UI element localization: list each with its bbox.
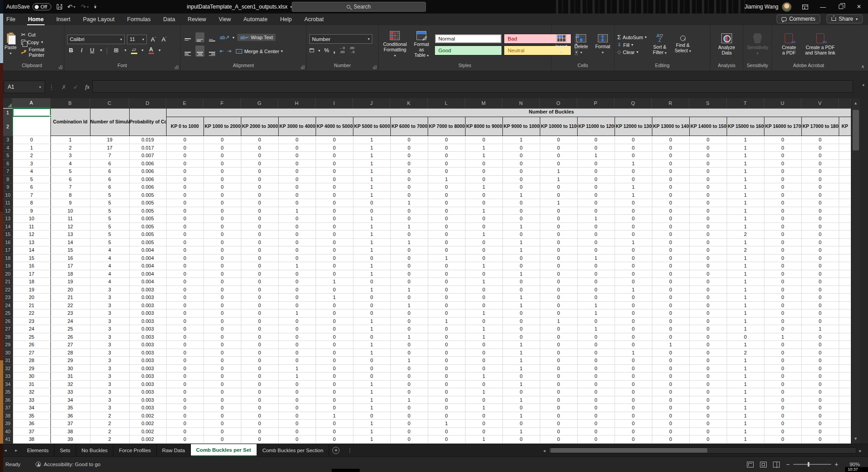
cell[interactable]: 0: [540, 270, 577, 278]
cell[interactable]: 0: [353, 254, 390, 262]
cell[interactable]: 0: [278, 136, 316, 144]
table-header-kp-9[interactable]: KP 9000 to 10000: [502, 117, 540, 136]
cell[interactable]: 0: [316, 341, 353, 349]
cell[interactable]: 7: [90, 152, 129, 160]
column-header-n[interactable]: N: [502, 98, 540, 108]
cell[interactable]: 1: [727, 357, 764, 365]
cell[interactable]: 6: [90, 183, 129, 191]
cell[interactable]: [839, 231, 851, 239]
cell[interactable]: 0: [764, 412, 801, 420]
cell[interactable]: 0: [316, 168, 353, 176]
cell[interactable]: 0.003: [129, 286, 166, 294]
cell[interactable]: 0.005: [129, 215, 166, 223]
row-header[interactable]: 22: [3, 286, 13, 294]
sort-filter-button[interactable]: A▽Z Sort &Filter ▾: [651, 33, 668, 56]
cell[interactable]: [839, 136, 851, 144]
cell[interactable]: 0: [428, 152, 465, 160]
table-header-kp-1[interactable]: KP 1000 to 2000: [203, 117, 241, 136]
cell[interactable]: 0: [764, 388, 801, 396]
fill-button[interactable]: ⇩Fill▾: [617, 42, 646, 48]
table-header-kp-14[interactable]: KP 14000 to 15000: [689, 117, 727, 136]
table-header-prob_combination[interactable]: Probability of Combination: [129, 109, 166, 136]
cell[interactable]: 0: [428, 396, 465, 404]
cell[interactable]: 0: [428, 341, 465, 349]
cell[interactable]: 1: [465, 152, 502, 160]
zoom-slider[interactable]: − +: [786, 461, 838, 468]
cell[interactable]: 0: [465, 238, 502, 246]
cell[interactable]: 0: [615, 144, 652, 152]
cell[interactable]: 38: [13, 436, 50, 444]
insert-function-button[interactable]: fx: [81, 83, 93, 91]
cell[interactable]: 10: [50, 207, 90, 215]
row-header[interactable]: 24: [3, 301, 13, 309]
cell[interactable]: 1: [502, 191, 540, 199]
cell[interactable]: 0: [166, 380, 203, 388]
cell[interactable]: 0: [465, 294, 502, 302]
cell[interactable]: 0: [727, 333, 764, 341]
row-header[interactable]: 8: [3, 175, 13, 183]
cell[interactable]: 0.005: [129, 222, 166, 231]
row-header[interactable]: 25: [3, 309, 13, 318]
cell[interactable]: 0.003: [129, 396, 166, 404]
page-break-view-button[interactable]: [773, 462, 780, 467]
cell[interactable]: 0: [428, 262, 465, 270]
cell[interactable]: 0: [689, 404, 727, 412]
column-header-u[interactable]: U: [764, 98, 801, 108]
cell[interactable]: 0: [652, 404, 689, 412]
cell[interactable]: 0: [278, 231, 316, 239]
cell[interactable]: 1: [502, 357, 540, 365]
cell[interactable]: 0: [390, 136, 428, 144]
cell[interactable]: 0: [390, 380, 428, 388]
cell[interactable]: 1: [727, 325, 764, 333]
cell[interactable]: 0: [316, 317, 353, 325]
cell[interactable]: 18: [50, 270, 90, 278]
cell[interactable]: 1: [540, 168, 577, 176]
cell[interactable]: 0: [652, 427, 689, 436]
cell[interactable]: 0: [316, 427, 353, 436]
cell[interactable]: 0: [652, 246, 689, 254]
cell[interactable]: 0: [241, 357, 278, 365]
cell[interactable]: 0: [241, 215, 278, 223]
cell[interactable]: 38: [50, 427, 90, 436]
row-header[interactable]: 2: [3, 117, 13, 136]
cell[interactable]: 0: [465, 215, 502, 223]
cell[interactable]: 5: [90, 207, 129, 215]
cell[interactable]: 0: [577, 278, 615, 286]
save-button[interactable]: [57, 4, 62, 9]
cell[interactable]: 1: [353, 246, 390, 254]
ribbon-tab-data[interactable]: Data: [157, 14, 181, 25]
row-header[interactable]: 14: [3, 222, 13, 231]
column-header-r[interactable]: R: [652, 98, 689, 108]
cell[interactable]: 39: [50, 436, 90, 444]
cell[interactable]: 33: [50, 388, 90, 396]
zoom-in-button[interactable]: +: [835, 461, 838, 468]
cell[interactable]: 0: [801, 349, 839, 357]
cell[interactable]: 0: [801, 231, 839, 239]
delete-cells-button[interactable]: Delete▾: [573, 33, 590, 55]
cell[interactable]: 0: [316, 372, 353, 381]
cell[interactable]: 17: [13, 270, 50, 278]
cell[interactable]: 0: [764, 215, 801, 223]
cell[interactable]: 1: [502, 270, 540, 278]
cell[interactable]: 0: [241, 136, 278, 144]
cell[interactable]: 0: [166, 309, 203, 318]
cell[interactable]: 0: [203, 246, 241, 254]
cell[interactable]: 1: [615, 191, 652, 199]
cell[interactable]: [839, 372, 851, 381]
cell[interactable]: 0: [203, 420, 241, 428]
row-header[interactable]: 9: [3, 183, 13, 191]
cell[interactable]: 0: [203, 254, 241, 262]
cell[interactable]: 1: [353, 270, 390, 278]
cell[interactable]: 0: [278, 175, 316, 183]
cell[interactable]: 3: [13, 159, 50, 168]
cell[interactable]: 0: [278, 301, 316, 309]
cell[interactable]: 1: [278, 262, 316, 270]
cell[interactable]: 0: [465, 364, 502, 372]
cell[interactable]: [839, 427, 851, 436]
cell[interactable]: 0: [689, 270, 727, 278]
cell[interactable]: [839, 294, 851, 302]
cell[interactable]: 0: [502, 183, 540, 191]
cell[interactable]: 0: [241, 294, 278, 302]
cell[interactable]: 1: [727, 380, 764, 388]
cell[interactable]: 13: [13, 238, 50, 246]
